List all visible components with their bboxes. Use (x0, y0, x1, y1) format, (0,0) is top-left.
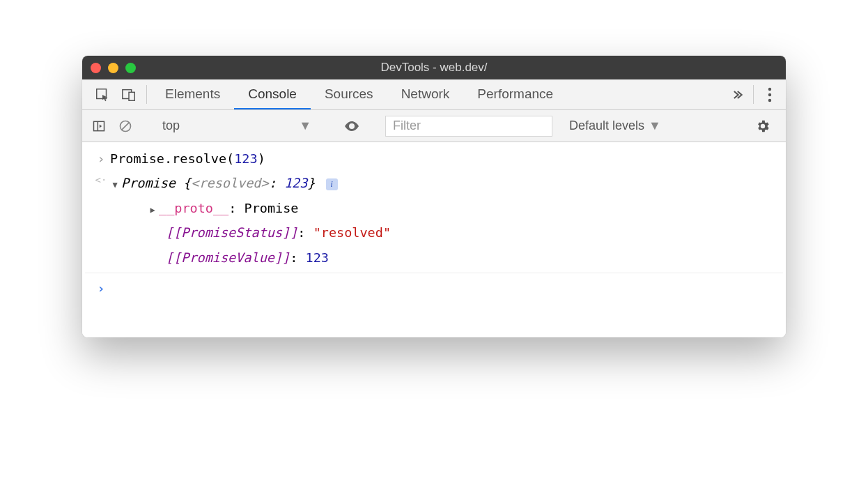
disclosure-triangle-closed-icon[interactable]: ▶ (148, 203, 157, 217)
prompt-chevron-icon: › (92, 277, 110, 299)
chevron-down-icon: ▼ (299, 119, 311, 133)
sidebar-toggle-icon[interactable] (89, 119, 109, 133)
tab-network[interactable]: Network (387, 79, 464, 109)
log-levels-selector[interactable]: Default levels ▼ (569, 119, 661, 133)
tab-elements[interactable]: Elements (151, 79, 234, 109)
close-button[interactable] (91, 63, 101, 73)
window-title: DevTools - web.dev/ (82, 61, 786, 75)
console-input-echo: › Promise.resolve(123) (85, 146, 783, 171)
result-value-row: [[PromiseValue]]: 123 (85, 245, 783, 270)
separator (146, 85, 147, 104)
minimize-button[interactable] (108, 63, 118, 73)
traffic-lights (91, 63, 136, 73)
tabbar: Elements Console Sources Network Perform… (82, 79, 786, 110)
input-chevron-icon: › (92, 148, 110, 169)
tab-sources[interactable]: Sources (311, 79, 387, 109)
context-label: top (162, 119, 180, 133)
svg-rect-6 (94, 121, 104, 130)
tabs: Elements Console Sources Network Perform… (151, 79, 725, 109)
svg-point-5 (768, 98, 771, 101)
console-prompt[interactable]: › (85, 276, 783, 300)
svg-rect-2 (129, 92, 134, 100)
maximize-button[interactable] (125, 63, 136, 73)
tab-performance[interactable]: Performance (463, 79, 567, 109)
console-result[interactable]: <· ▼Promise {<resolved>: 123} i (85, 171, 783, 195)
svg-point-3 (768, 87, 771, 90)
inspect-icon[interactable] (89, 79, 116, 109)
svg-point-11 (350, 125, 353, 128)
devtools-window: DevTools - web.dev/ Elements Console Sou… (82, 56, 786, 337)
input-expression: Promise.resolve(123) (110, 148, 776, 169)
live-expression-icon[interactable] (341, 118, 362, 135)
info-badge-icon[interactable]: i (326, 178, 338, 190)
tab-console[interactable]: Console (234, 79, 311, 109)
console-toolbar: top ▼ Default levels ▼ (82, 110, 786, 142)
titlebar: DevTools - web.dev/ (82, 56, 786, 79)
more-tabs-icon[interactable] (725, 79, 749, 109)
result-status-row: [[PromiseStatus]]: "resolved" (85, 220, 783, 245)
levels-label: Default levels (569, 119, 644, 133)
separator (85, 273, 783, 273)
settings-icon[interactable] (755, 119, 779, 134)
result-header: ▼Promise {<resolved>: 123} i (110, 172, 776, 194)
svg-marker-8 (100, 124, 102, 128)
svg-point-4 (768, 93, 771, 96)
context-selector[interactable]: top ▼ (158, 116, 318, 137)
output-chevron-icon: <· (92, 172, 110, 189)
device-toggle-icon[interactable] (116, 79, 142, 109)
svg-line-10 (122, 122, 130, 130)
separator (753, 85, 754, 104)
console-output: › Promise.resolve(123) <· ▼Promise {<res… (82, 142, 786, 337)
kebab-menu-icon[interactable] (758, 79, 782, 109)
clear-console-icon[interactable] (116, 119, 135, 133)
disclosure-triangle-open-icon[interactable]: ▼ (110, 178, 120, 192)
filter-input[interactable] (385, 116, 552, 137)
chevron-down-icon: ▼ (649, 119, 661, 133)
result-proto-row[interactable]: ▶__proto__: Promise (85, 196, 783, 220)
